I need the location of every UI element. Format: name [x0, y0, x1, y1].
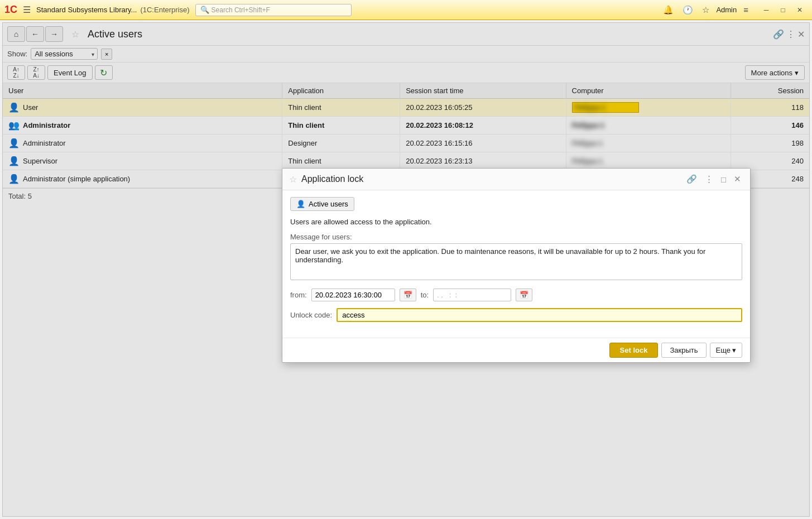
datetime-row: from: 📅 to: 📅 — [290, 289, 742, 301]
titlebar: 1С ☰ Standard Subsystems Library... (1C:… — [0, 0, 812, 20]
app-instance: (1C:Enterprise) — [140, 6, 189, 14]
unlock-code-input[interactable] — [337, 308, 742, 322]
from-datetime-input[interactable] — [311, 289, 395, 301]
more-dialog-button[interactable]: Еще ▾ — [710, 343, 742, 358]
favorites-icon[interactable]: ☆ — [700, 4, 712, 16]
dialog-titlebar-buttons: 🔗 ⋮ □ ✕ — [684, 173, 743, 185]
search-placeholder: Search Ctrl+Shift+F — [212, 6, 270, 14]
dialog-link-icon[interactable]: 🔗 — [684, 173, 699, 185]
search-icon: 🔍 — [200, 6, 209, 14]
dialog-maximize-icon[interactable]: □ — [719, 174, 728, 185]
to-label: to: — [421, 291, 429, 299]
settings-icon[interactable]: ≡ — [741, 4, 751, 16]
unlock-row: Unlock code: — [290, 308, 742, 322]
app-lock-dialog: ☆ Application lock 🔗 ⋮ □ ✕ 👤 Active user… — [282, 168, 751, 363]
maximize-button[interactable]: □ — [775, 4, 791, 16]
dialog-footer: Set lock Закрыть Еще ▾ — [282, 338, 750, 362]
to-datetime-input[interactable] — [433, 289, 511, 301]
active-users-button-label: Active users — [309, 200, 348, 208]
to-calendar-button[interactable]: 📅 — [516, 289, 532, 301]
access-info-text: Users are allowed access to the applicat… — [290, 218, 742, 226]
dialog-more-icon[interactable]: ⋮ — [703, 173, 715, 185]
from-calendar-button[interactable]: 📅 — [400, 289, 416, 301]
bell-icon[interactable]: 🔔 — [661, 4, 676, 16]
history-icon[interactable]: 🕐 — [680, 4, 695, 16]
more-dialog-label: Еще — [716, 346, 731, 354]
dialog-favorites-icon[interactable]: ☆ — [289, 174, 297, 185]
search-box[interactable]: 🔍 Search Ctrl+Shift+F — [195, 4, 352, 16]
set-lock-button[interactable]: Set lock — [609, 343, 659, 358]
username: Admin — [716, 6, 737, 14]
message-field-label: Message for users: — [290, 233, 742, 241]
dialog-body: 👤 Active users Users are allowed access … — [282, 190, 750, 338]
app-logo: 1С — [4, 4, 17, 16]
dialog-close-icon[interactable]: ✕ — [732, 173, 743, 185]
message-textarea[interactable] — [290, 243, 742, 280]
minimize-button[interactable]: ─ — [758, 4, 774, 16]
more-dialog-arrow-icon: ▾ — [732, 346, 736, 354]
unlock-code-label: Unlock code: — [290, 311, 332, 319]
app-name: Standard Subsystems Library... — [36, 6, 137, 14]
active-users-user-icon: 👤 — [296, 200, 305, 208]
close-window-button[interactable]: ✕ — [792, 4, 808, 16]
dialog-title: Application lock — [301, 174, 680, 184]
from-label: from: — [290, 291, 307, 299]
window-controls: ─ □ ✕ — [758, 4, 808, 16]
main-window: ⌂ ← → ☆ Active users 🔗 ⋮ ✕ Show: All ses… — [2, 22, 810, 517]
dialog-titlebar: ☆ Application lock 🔗 ⋮ □ ✕ — [282, 169, 750, 190]
titlebar-actions: 🔔 🕐 ☆ Admin ≡ — [661, 4, 751, 16]
active-users-button[interactable]: 👤 Active users — [290, 197, 354, 211]
menu-button[interactable]: ☰ — [21, 3, 33, 16]
close-dialog-button[interactable]: Закрыть — [661, 343, 706, 358]
